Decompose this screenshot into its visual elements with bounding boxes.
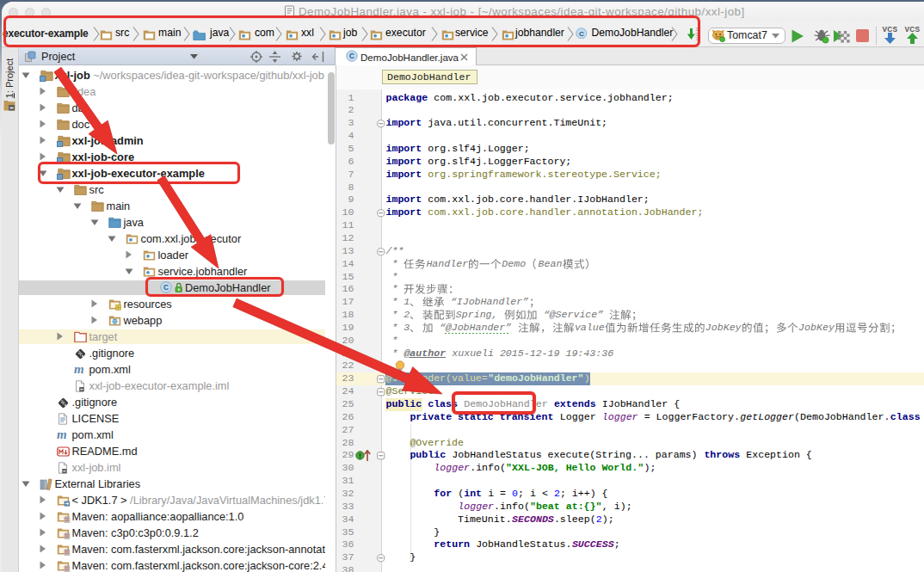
- svg-text:C: C: [349, 52, 354, 60]
